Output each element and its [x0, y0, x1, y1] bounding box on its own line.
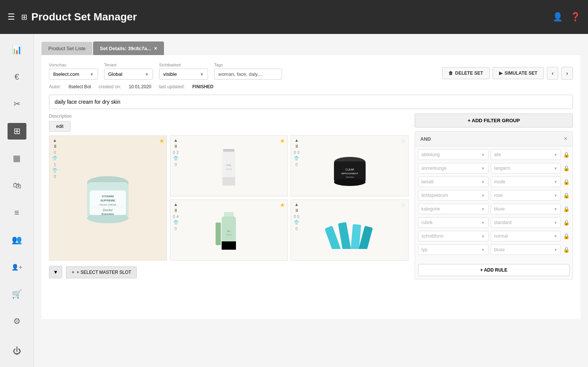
tab-close-icon[interactable]: × — [154, 45, 157, 51]
filter-right-8[interactable]: bluse ▼ — [491, 244, 561, 255]
filter-lock-6[interactable]: 🔒 — [563, 220, 570, 226]
filter-row-1: abteilung ▼ alle ▼ 🔒 — [418, 149, 570, 160]
user-icon[interactable]: 👤 — [553, 12, 563, 22]
menu-icon[interactable]: ☰ — [8, 12, 15, 22]
slot-5-up-btn[interactable]: ▲ — [294, 201, 299, 207]
slot-5-star[interactable]: ☆ — [401, 201, 406, 209]
filter-lock-4[interactable]: 🔒 — [563, 192, 570, 198]
filter-row-6: rubrik ▼ standard ▼ 🔒 — [418, 217, 570, 228]
filter-right-6[interactable]: standard ▼ — [491, 217, 561, 228]
tenant-arrow: ▼ — [145, 72, 149, 77]
slot-4-shirt-btn[interactable]: 👕 — [173, 220, 179, 226]
sidebar-item-currency[interactable]: € — [8, 69, 26, 85]
filter-left-3[interactable]: besatt ▼ — [418, 177, 488, 187]
app-title: Product Set Manager — [31, 11, 553, 23]
filter-lock-3[interactable]: 🔒 — [563, 179, 570, 185]
filter-lock-7[interactable]: 🔒 — [563, 233, 570, 239]
slot-2-shirt-btn[interactable]: 👕 — [173, 155, 179, 161]
slot-2-up-btn[interactable]: ▲ — [173, 137, 178, 143]
add-filter-group-btn[interactable]: + ADD FILTER GROUP — [415, 114, 573, 127]
filter-lock-2[interactable]: 🔒 — [563, 165, 570, 171]
delete-label: DELETE SET — [455, 71, 483, 76]
slot-3-up-btn[interactable]: ▲ — [294, 137, 299, 143]
search-input[interactable] — [49, 95, 573, 109]
slot-4-pause-btn[interactable]: ⏸ — [173, 207, 178, 213]
filter-right-7[interactable]: normal ▼ — [491, 231, 561, 241]
filter-right-2-arrow: ▼ — [554, 166, 557, 170]
slot-5-num-0: 0 — [296, 226, 298, 231]
sidebar-item-cart[interactable]: 🛒 — [8, 286, 26, 303]
slot-4-header: ▲ ⏸ 0 4 👕 0 ★ — [170, 200, 288, 233]
filter-lock-5[interactable]: 🔒 — [563, 206, 570, 212]
slot-2-controls-left: ▲ ⏸ 0 2 👕 0 — [173, 137, 179, 167]
filter-left-1-arrow: ▼ — [481, 153, 485, 157]
sidebar-item-settings[interactable]: ⚙ — [8, 313, 26, 330]
sidebar-item-analytics[interactable]: 📊 — [8, 41, 26, 58]
sidebar-item-power[interactable]: ⏻ — [8, 343, 26, 359]
slot-1-star[interactable]: ★ — [159, 137, 164, 144]
filter-right-5[interactable]: bluse ▼ — [491, 204, 561, 214]
filter-lock-8[interactable]: 🔒 — [563, 247, 570, 253]
action-buttons: 🗑 DELETE SET ▶ SIMULATE SET ‹ › — [442, 67, 573, 80]
tab-product-set-liste[interactable]: Product Set Liste — [41, 42, 92, 55]
delete-set-button[interactable]: 🗑 DELETE SET — [442, 67, 490, 79]
slot-3-shirt-btn[interactable]: 👕 — [293, 155, 300, 161]
slot-1-up-btn[interactable]: ▲ — [52, 137, 58, 143]
sidebar-item-grid[interactable]: ⊞ — [8, 123, 26, 140]
sidebar-item-list[interactable]: ≡ — [8, 204, 26, 221]
slot-3-controls-left: ▲ ⏸ 0 3 👕 0 — [293, 137, 300, 167]
slot-4-star[interactable]: ★ — [280, 201, 285, 209]
filter-group-close-btn[interactable]: × — [564, 135, 567, 142]
tags-input[interactable]: woman, face, daly,... — [214, 69, 282, 80]
prev-button[interactable]: ‹ — [547, 67, 559, 80]
slot-1-pause-btn[interactable]: ⏸ — [52, 143, 58, 149]
select-master-slot-btn[interactable]: + + SELECT MASTER SLOT — [66, 266, 137, 278]
filter-left-2[interactable]: anmerkunge ▼ — [418, 163, 488, 174]
filter-left-8[interactable]: typ ▼ — [418, 244, 488, 255]
slot-1-shirt2-btn[interactable]: 👕 — [52, 167, 58, 174]
next-button[interactable]: › — [561, 67, 573, 80]
slot-5-header: ▲ ⏸ 0 5 👕 0 ☆ — [291, 200, 408, 233]
sidebar-item-modules[interactable]: ▦ — [8, 150, 26, 167]
tenant-select[interactable]: Global ▼ — [104, 69, 153, 80]
filter-left-4[interactable]: lichtspektrum ▼ — [418, 190, 488, 201]
slot-2-header: ▲ ⏸ 0 2 👕 0 ★ — [170, 136, 288, 169]
filter-left-6[interactable]: rubrik ▼ — [418, 217, 488, 228]
filter-left-5[interactable]: kategorie ▼ — [418, 204, 488, 214]
filter-right-4[interactable]: rose ▼ — [491, 190, 561, 201]
slot-2-star[interactable]: ★ — [280, 137, 285, 144]
vorschau-select[interactable]: 8select.com ▼ — [49, 69, 98, 80]
slot-3-pause-btn[interactable]: ⏸ — [294, 143, 299, 149]
filter-right-2[interactable]: langarm ▼ — [491, 163, 561, 174]
slot-3-num: 0 3 — [294, 150, 299, 155]
slot-1-header: ▲ ⏸ 0 👕 1 👕 0 ★ — [49, 136, 167, 181]
filter-right-1[interactable]: alle ▼ — [491, 149, 561, 160]
slot-2-pause-btn[interactable]: ⏸ — [173, 143, 178, 149]
edit-button[interactable]: edit — [49, 121, 70, 132]
sichtbarkeit-select[interactable]: visible ▼ — [159, 69, 208, 80]
filter-right-3[interactable]: mode ▼ — [491, 177, 561, 187]
slot-3-star[interactable]: ☆ — [401, 137, 406, 144]
filter-panel: + ADD FILTER GROUP AND × abteilung ▼ — [415, 114, 573, 279]
filter-left-1[interactable]: abteilung ▼ — [418, 149, 488, 160]
simulate-set-button[interactable]: ▶ SIMULATE SET — [493, 67, 544, 79]
slot-arrow-btn[interactable]: ▼ — [49, 266, 62, 278]
slot-5-pause-btn[interactable]: ⏸ — [294, 207, 299, 213]
help-icon[interactable]: ❓ — [570, 12, 580, 22]
sidebar-item-users[interactable]: 👥 — [8, 232, 26, 248]
filter-left-5-value: kategorie — [421, 206, 440, 212]
slot-5-shirt-btn[interactable]: 👕 — [293, 220, 300, 226]
add-rule-btn[interactable]: + ADD RULE — [418, 264, 570, 276]
slot-4-up-btn[interactable]: ▲ — [173, 201, 178, 207]
product-section: Description edit ▲ ⏸ 0 👕 — [49, 114, 409, 279]
slot-1-shirt-btn[interactable]: 👕 — [52, 155, 58, 161]
simulate-icon: ▶ — [499, 71, 502, 76]
svg-text:Eckstein: Eckstein — [102, 212, 114, 216]
sidebar-item-user-add[interactable]: 👤+ — [8, 259, 26, 275]
tenant-group: Tenant Global ▼ — [104, 63, 153, 80]
filter-left-7[interactable]: schnittform ▼ — [418, 231, 488, 241]
tab-set-details[interactable]: Set Details: 39c8c7a... × — [93, 41, 164, 55]
sidebar-item-bag[interactable]: 🛍 — [8, 177, 26, 194]
sidebar-item-scissors[interactable]: ✂ — [8, 96, 26, 112]
filter-lock-1[interactable]: 🔒 — [563, 152, 570, 158]
